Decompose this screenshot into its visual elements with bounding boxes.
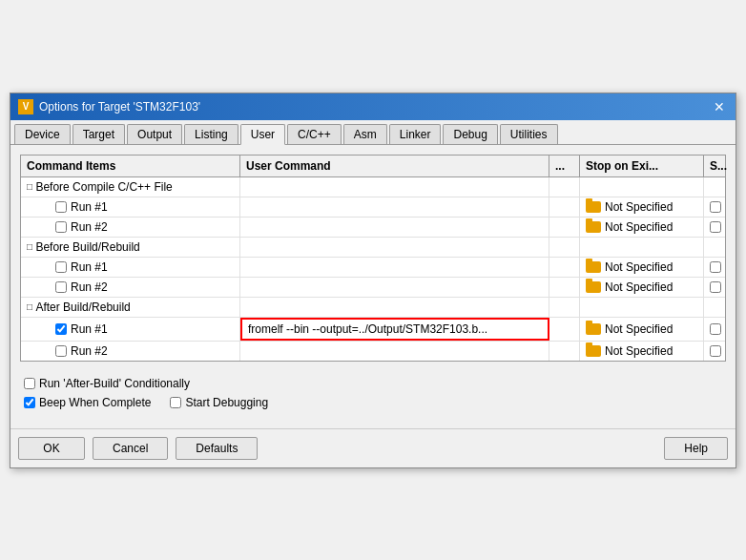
run2-before-compile-s [704, 218, 725, 237]
run2-before-build-checkbox[interactable] [55, 281, 67, 293]
start-debug-label[interactable]: Start Debugging [170, 396, 268, 409]
col-ellipsis: ... [549, 156, 580, 176]
tab-debug[interactable]: Debug [443, 124, 497, 144]
run2-before-build-stop: Not Specified [580, 278, 704, 297]
section-before-build-stop [580, 238, 704, 257]
run1-before-compile-checkbox[interactable] [55, 201, 67, 213]
section-before-build-cmd [240, 238, 549, 257]
section-before-compile-s [704, 177, 725, 197]
col-stop-on-exit: Stop on Exi... [580, 156, 704, 176]
beep-label[interactable]: Beep When Complete [24, 396, 151, 409]
run1-before-compile-stop: Not Specified [580, 197, 704, 217]
table-row: Run #2 Not Specified [21, 278, 725, 298]
collapse-icon[interactable]: □ [27, 301, 32, 312]
run1-before-compile-label: Run #1 [21, 197, 240, 217]
section-before-compile-ellipsis [549, 177, 580, 197]
col-user-command: User Command [240, 156, 549, 176]
run1-before-build-checkbox[interactable] [55, 261, 67, 273]
tab-device[interactable]: Device [14, 124, 71, 144]
run2-before-compile-label: Run #2 [21, 218, 240, 237]
collapse-icon[interactable]: □ [27, 241, 32, 252]
run1-after-build-s [704, 318, 725, 341]
tab-user[interactable]: User [240, 124, 285, 145]
table-body: □ Before Compile C/C++ File Run #1 [21, 177, 725, 361]
help-button[interactable]: Help [664, 437, 728, 460]
defaults-button[interactable]: Defaults [176, 437, 258, 460]
footer-row-1: Run 'After-Build' Conditionally [24, 377, 722, 390]
run2-before-build-s-checkbox[interactable] [710, 281, 721, 293]
section-after-build-cmd [240, 298, 549, 317]
run1-before-build-ellipsis [549, 258, 580, 277]
section-after-build-s [704, 298, 725, 317]
tab-target[interactable]: Target [73, 124, 125, 144]
run2-before-build-cmd[interactable] [240, 278, 549, 297]
run2-after-build-cmd[interactable] [240, 342, 549, 361]
run1-before-compile-s-checkbox[interactable] [710, 201, 721, 213]
run2-before-compile-checkbox[interactable] [55, 221, 67, 233]
title-bar-left: V Options for Target 'STM32F103' [18, 99, 200, 114]
section-before-build-ellipsis [549, 238, 580, 257]
run1-before-build-s [704, 258, 725, 277]
run2-after-build-checkbox[interactable] [55, 345, 67, 357]
run1-after-build-input[interactable] [248, 322, 542, 336]
table-row: Run #1 Not Specified [21, 258, 725, 278]
run2-after-build-label: Run #2 [21, 342, 240, 361]
collapse-icon[interactable]: □ [27, 181, 32, 192]
run1-before-build-cmd[interactable] [240, 258, 549, 277]
tab-utilities[interactable]: Utilities [500, 124, 558, 144]
run1-after-build-label: Run #1 [21, 318, 240, 341]
run1-before-build-label: Run #1 [21, 258, 240, 277]
run-after-build-label[interactable]: Run 'After-Build' Conditionally [24, 377, 190, 390]
run1-after-build-stop: Not Specified [580, 318, 704, 341]
button-bar: OK Cancel Defaults Help [10, 428, 736, 467]
beep-checkbox[interactable] [24, 397, 35, 408]
tab-listing[interactable]: Listing [184, 124, 238, 144]
run1-before-build-stop: Not Specified [580, 258, 704, 277]
table-row: Run #1 Not Specified [21, 197, 725, 218]
run1-before-compile-cmd[interactable] [240, 197, 549, 217]
run2-after-build-ellipsis [549, 342, 580, 361]
run1-after-build-ellipsis [549, 318, 580, 341]
run2-before-compile-cmd[interactable] [240, 218, 549, 237]
cancel-button[interactable]: Cancel [93, 437, 168, 460]
close-button[interactable]: ✕ [711, 98, 728, 115]
table-row: Run #2 Not Specified [21, 342, 725, 361]
run1-before-compile-s [704, 197, 725, 217]
run1-after-build-cmd[interactable] [240, 318, 549, 341]
run2-after-build-s-checkbox[interactable] [710, 345, 721, 357]
window-title: Options for Target 'STM32F103' [39, 100, 200, 114]
tab-linker[interactable]: Linker [389, 124, 442, 144]
commands-table: Command Items User Command ... Stop on E… [20, 155, 726, 362]
run2-before-compile-input[interactable] [246, 220, 543, 234]
folder-icon [586, 323, 601, 335]
tab-cpp[interactable]: C/C++ [287, 124, 342, 144]
section-before-compile: □ Before Compile C/C++ File [21, 177, 725, 197]
run-after-build-checkbox[interactable] [24, 378, 35, 389]
run1-before-compile-input[interactable] [246, 200, 543, 214]
run2-before-compile-s-checkbox[interactable] [710, 221, 721, 233]
run1-after-build-s-checkbox[interactable] [710, 323, 721, 335]
col-command-items: Command Items [21, 156, 240, 176]
run1-before-compile-ellipsis [549, 197, 580, 217]
section-before-build-label: □ Before Build/Rebuild [21, 238, 240, 257]
col-s: S... [704, 156, 725, 176]
table-row: Run #1 Not Specified [21, 318, 725, 342]
run1-before-build-s-checkbox[interactable] [710, 261, 721, 273]
section-after-build-label: □ After Build/Rebuild [21, 298, 240, 317]
run1-before-build-input[interactable] [246, 260, 543, 274]
start-debug-checkbox[interactable] [170, 397, 181, 408]
run2-before-build-s [704, 278, 725, 297]
run2-after-build-input[interactable] [246, 344, 543, 358]
run2-before-build-input[interactable] [246, 280, 543, 294]
run1-after-build-checkbox[interactable] [55, 323, 67, 335]
section-before-compile-stop [580, 177, 704, 197]
run2-before-build-label: Run #2 [21, 278, 240, 297]
tab-output[interactable]: Output [127, 124, 182, 144]
section-before-compile-cmd [240, 177, 549, 197]
table-row: Run #2 Not Specified [21, 218, 725, 238]
ok-button[interactable]: OK [18, 437, 85, 460]
folder-icon [586, 281, 601, 293]
footer-options: Run 'After-Build' Conditionally Beep Whe… [20, 371, 726, 415]
tab-asm[interactable]: Asm [343, 124, 387, 144]
section-after-build-ellipsis [549, 298, 580, 317]
